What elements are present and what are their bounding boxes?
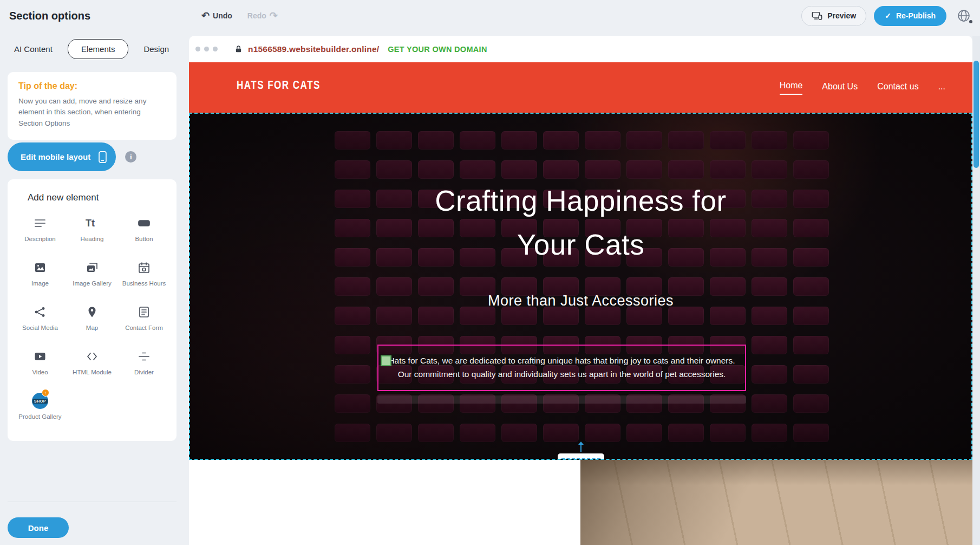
window-control-dot	[204, 47, 209, 51]
shop-badge-label: SHOP	[32, 399, 48, 404]
hero-subtitle[interactable]: More than Just Accessories	[190, 293, 971, 309]
tab-elements[interactable]: Elements	[68, 39, 129, 59]
hero-tile	[501, 424, 537, 442]
next-section-image[interactable]	[580, 460, 972, 545]
map-pin-icon	[86, 304, 99, 320]
edit-mobile-row: Edit mobile layout i	[8, 142, 136, 171]
language-globe-button[interactable]	[954, 6, 974, 25]
element-product-gallery[interactable]: SHOP ↑ Product Gallery	[14, 393, 66, 425]
tip-title: Tip of the day:	[18, 81, 166, 91]
hero-tile	[710, 160, 746, 179]
get-domain-link[interactable]: GET YOUR OWN DOMAIN	[388, 45, 487, 54]
section-options-panel: AI Content Elements Design Tip of the da…	[0, 31, 189, 545]
tip-body: Now you can add, move and resize any ele…	[18, 96, 166, 129]
hero-tile	[793, 307, 829, 325]
nav-more[interactable]: ...	[938, 82, 945, 94]
divider-icon	[138, 348, 151, 365]
hero-section-selected[interactable]: Crafting Happiness for Your Cats More th…	[189, 113, 972, 460]
hero-tile	[752, 160, 787, 179]
hero-tile	[710, 424, 746, 442]
hero-tile	[668, 307, 704, 325]
resize-pill	[558, 453, 604, 460]
scrollbar-thumb[interactable]	[974, 61, 979, 168]
hero-title-line1: Crafting Happiness for	[190, 179, 971, 223]
nav-home[interactable]: Home	[780, 81, 803, 95]
undo-label: Undo	[213, 11, 232, 20]
resize-dash-line	[561, 458, 600, 459]
phone-icon	[98, 151, 107, 164]
hero-tile	[335, 394, 370, 413]
element-image-gallery[interactable]: Image Gallery	[66, 259, 118, 292]
hero-tile	[418, 131, 454, 150]
hero-tile	[335, 365, 370, 384]
hero-tile	[752, 365, 787, 384]
undo-button[interactable]: ↶ Undo	[201, 11, 232, 21]
hero-tile	[335, 131, 370, 150]
tab-design[interactable]: Design	[142, 40, 170, 59]
hero-title[interactable]: Crafting Happiness for Your Cats	[190, 179, 971, 267]
hero-tile	[460, 160, 495, 179]
next-section-blank[interactable]	[189, 460, 580, 545]
hero-tile	[710, 131, 746, 150]
redo-label: Redo	[247, 11, 266, 20]
lock-icon	[234, 45, 243, 54]
section-resize-handle[interactable]	[558, 453, 604, 460]
app-root: Section options ↶ Undo Redo ↷ P	[0, 0, 980, 545]
hero-tile	[418, 160, 454, 179]
element-image[interactable]: Image	[14, 259, 66, 292]
tab-ai-content[interactable]: AI Content	[13, 40, 54, 59]
heading-icon: Tt	[85, 215, 99, 231]
paragraph-element-selected[interactable]: Hats for Cats, we are dedicated to craft…	[377, 345, 746, 391]
hero-tile	[668, 424, 704, 442]
redo-button[interactable]: Redo ↷	[247, 11, 278, 21]
redo-icon: ↷	[270, 11, 278, 21]
video-icon	[34, 348, 47, 365]
product-gallery-icon: SHOP ↑	[32, 393, 48, 409]
hero-tile	[376, 131, 412, 150]
element-map[interactable]: Map	[66, 304, 118, 336]
hero-tile	[335, 424, 370, 442]
window-control-dot	[195, 47, 200, 51]
hero-paragraph: Hats for Cats, we are dedicated to craft…	[387, 354, 736, 381]
add-element-title: Add new element	[28, 192, 170, 203]
nav-contact-us[interactable]: Contact us	[877, 82, 918, 94]
hero-tile	[460, 424, 495, 442]
browser-address-bar: n1566589.websitebuilder.online/ GET YOUR…	[189, 36, 972, 62]
edit-mobile-layout-button[interactable]: Edit mobile layout	[8, 142, 116, 171]
info-icon[interactable]: i	[125, 151, 136, 163]
element-video[interactable]: Video	[14, 348, 66, 381]
topbar: Section options ↶ Undo Redo ↷ P	[0, 0, 980, 31]
site-url: n1566589.websitebuilder.online/	[248, 44, 379, 54]
hero-tile	[668, 160, 704, 179]
hero-tile	[752, 131, 787, 150]
preview-label: Preview	[827, 11, 856, 20]
contact-form-icon	[138, 304, 151, 320]
drag-handle[interactable]	[381, 355, 391, 366]
done-button[interactable]: Done	[8, 517, 69, 538]
hero-tile	[585, 160, 620, 179]
element-contact-form[interactable]: Contact Form	[118, 304, 170, 336]
element-social-media[interactable]: Social Media	[14, 304, 66, 336]
undo-redo-group: ↶ Undo Redo ↷	[201, 0, 278, 31]
element-divider[interactable]: Divider	[118, 348, 170, 381]
hero-tile	[752, 336, 787, 354]
hero-tile	[585, 131, 620, 150]
nav-about-us[interactable]: About Us	[822, 82, 858, 94]
scrollbar-track[interactable]	[972, 36, 980, 545]
element-description[interactable]: Description	[14, 215, 66, 248]
element-button[interactable]: Button	[118, 215, 170, 248]
element-html-module[interactable]: HTML Module	[66, 348, 118, 381]
check-icon: ✓	[885, 11, 891, 20]
hero-tile	[626, 424, 662, 442]
hero-tile	[752, 394, 787, 413]
topbar-right: Preview ✓ Re-Publish	[801, 0, 974, 31]
republish-label: Re-Publish	[896, 11, 936, 20]
hero-tile	[335, 336, 370, 354]
element-grid: Description Tt Heading Button	[14, 215, 170, 425]
preview-button[interactable]: Preview	[801, 6, 866, 26]
republish-button[interactable]: ✓ Re-Publish	[874, 6, 946, 26]
element-business-hours[interactable]: Business Hours	[118, 259, 170, 292]
site-logo[interactable]: HATS FOR CATS	[237, 79, 321, 93]
ghost-element-placeholder	[377, 395, 746, 404]
element-heading[interactable]: Tt Heading	[66, 215, 118, 248]
